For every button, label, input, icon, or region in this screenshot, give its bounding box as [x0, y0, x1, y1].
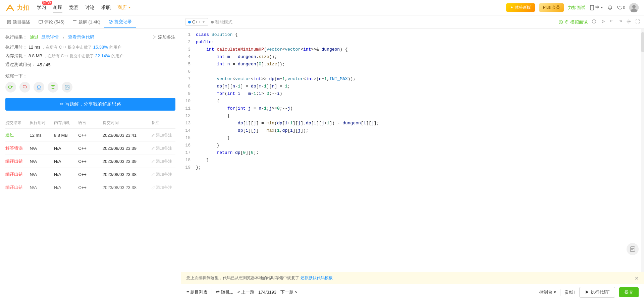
redo-icon-btn[interactable] [618, 19, 623, 25]
right-panel: C++ 智能模式 ⏱ 模拟面试 [181, 15, 644, 300]
share-label: 炫耀一下： [5, 73, 175, 79]
runtime-row: 执行用时： 12 ms ，在所有 C++ 提交中击败了 15.38% 的用户 [5, 44, 175, 50]
memory-row: 内存消耗： 8.8 MB ，在所有 C++ 提交中击败了 22.14% 的用户 [5, 53, 175, 59]
detail-link[interactable]: 显示详情 [41, 34, 59, 40]
scrollbar-thumb[interactable] [641, 32, 644, 52]
plus-member-btn[interactable]: Plus 会员 [539, 3, 564, 12]
bell-btn[interactable] [607, 5, 613, 10]
code-line-13: 13 dp[i][j] = min(dp[i+1][j],dp[i][j+1])… [181, 120, 644, 127]
nav-item-discuss[interactable]: 讨论 [85, 3, 95, 12]
tab-problem-desc[interactable]: 题目描述 [3, 16, 34, 28]
example-link[interactable]: 查看示例代码 [68, 34, 94, 40]
left-panel: 题目描述 评论 (545) 题解 (1.4K) 提交记录 执行结果： 通过 显示… [0, 15, 181, 300]
bottom-right-actions: 控制台 ▾ 贡献 i ▶ 执行代码ˇ 提交 [539, 287, 639, 298]
nav-item-jobs[interactable]: 求职 [101, 3, 111, 12]
result-status: 通过 [30, 34, 39, 40]
linkedin-share-icon[interactable] [62, 82, 72, 93]
tab-bar: 题目描述 评论 (545) 题解 (1.4K) 提交记录 [0, 15, 181, 29]
avatar[interactable] [629, 3, 639, 12]
experience-btn[interactable]: ✦ 体验新版 [506, 3, 535, 12]
submit-btn[interactable]: 提交 [619, 287, 639, 297]
nav-right: ✦ 体验新版 Plus 会员 力扣面试 中 0 [506, 3, 639, 12]
douban-share-icon[interactable] [48, 82, 58, 93]
notification-close-btn[interactable]: ✕ [635, 276, 639, 281]
float-action-btn[interactable] [627, 243, 639, 255]
share-icons [5, 82, 175, 93]
svg-point-8 [10, 87, 11, 87]
code-editor[interactable]: 1 class Solution { 2 public: 3 int calcu… [181, 29, 644, 272]
svg-point-7 [9, 87, 10, 87]
table-row: 编译出错 N/A N/A C++ 2023/08/03 23:38 添加备注 [5, 168, 175, 181]
code-line-10: 10 { [181, 98, 644, 105]
toolbar-right: ⏱ 模拟面试 [558, 19, 640, 25]
top-navigation: 力扣 学习 NEW 题库 竞赛 讨论 求职 商店 ✦ 体验新版 Plus 会员 … [0, 0, 644, 15]
mock-interview-btn[interactable]: ⏱ 模拟面试 [558, 19, 588, 25]
random-btn[interactable]: ⇄ 随机... [216, 289, 233, 295]
code-line-2: 2 public: [181, 39, 644, 46]
tab-submissions[interactable]: 提交记录 [104, 16, 136, 28]
code-line-18: 18 } [181, 157, 644, 164]
fullscreen-icon-btn[interactable] [635, 19, 640, 25]
code-line-12: 12 { [181, 113, 644, 120]
logo-text: 力扣 [17, 4, 29, 12]
table-row: 编译出错 N/A N/A C++ 2023/08/03 23:38 添加备注 [5, 181, 175, 194]
bottom-bar: ≡ 题目列表 ⇄ 随机... < 上一题 174/3193 下一题 > 控制台 … [181, 284, 644, 300]
memory-percent: 22.14% [95, 53, 110, 58]
language-select[interactable]: C++ [185, 18, 208, 26]
settings-icon-btn[interactable] [627, 19, 631, 25]
code-line-6: 6 [181, 68, 644, 76]
write-solution-btn[interactable]: ✏ 写题解，分享我的解题思路 [5, 98, 175, 111]
code-line-14: 14 dp[i][j] = max(1,dp[i][j]); [181, 127, 644, 135]
editor-toolbar: C++ 智能模式 ⏱ 模拟面试 [181, 15, 644, 29]
svg-point-3 [632, 5, 636, 8]
weibo-share-icon[interactable] [19, 82, 30, 93]
console-btn[interactable]: 控制台 ▾ [539, 289, 556, 295]
prev-btn[interactable]: < 上一题 [237, 289, 254, 295]
run-code-btn[interactable]: ▶ 执行代码ˇ [579, 287, 615, 298]
heart-btn[interactable]: 0 [617, 5, 625, 10]
editor-area[interactable]: 1 class Solution { 2 public: 3 int calcu… [181, 29, 644, 272]
nav-item-learning[interactable]: 学习 NEW [37, 3, 46, 12]
page-info: 174/3193 [258, 290, 276, 295]
result-header: 执行结果： 通过 显示详情 › 查看示例代码 ▷ 添加备注 [5, 34, 175, 40]
tab-solutions[interactable]: 题解 (1.4K) [68, 16, 104, 28]
problem-list-btn[interactable]: ≡ 题目列表 [186, 289, 208, 295]
code-line-8: 8 dp[m][n-1] = dp[m-1][n] = 1; [181, 83, 644, 91]
smart-mode-label: 智能模式 [215, 19, 232, 25]
run-icon-btn[interactable] [600, 19, 605, 25]
code-line-19: 19 }; [181, 164, 644, 172]
svg-point-9 [11, 86, 12, 87]
code-line-15: 15 } [181, 135, 644, 142]
qq-share-icon[interactable] [34, 82, 44, 93]
runtime-value: 12 ms [29, 45, 40, 50]
nav-items: 学习 NEW 题库 竞赛 讨论 求职 商店 [37, 3, 131, 12]
code-line-1: 1 class Solution { [181, 32, 644, 39]
result-panel: 执行结果： 通过 显示详情 › 查看示例代码 ▷ 添加备注 执行用时： 12 m… [0, 29, 181, 300]
nav-item-problems[interactable]: 题库 [53, 3, 62, 12]
contribute-btn[interactable]: 贡献 i [565, 289, 576, 295]
next-btn[interactable]: 下一题 > [280, 289, 297, 295]
submissions-table: 提交结果 执行用时 内存消耗 语言 提交时间 备注 通过 12 ms 8.8 M… [5, 117, 175, 194]
new-badge: NEW [42, 1, 52, 5]
code-line-9: 9 for(int i = m-1;i>=0;--i) [181, 91, 644, 98]
code-line-16: 16 } [181, 142, 644, 149]
editor-scrollbar[interactable] [641, 29, 644, 272]
smart-mode-toggle[interactable]: 智能模式 [211, 19, 232, 25]
logo[interactable]: 力扣 [5, 3, 29, 12]
phone-icon-btn[interactable]: 中 [589, 5, 603, 10]
code-line-17: 17 return dp[0][0]; [181, 149, 644, 157]
interview-btn[interactable]: 力扣面试 [568, 5, 585, 11]
add-note-btn[interactable]: ▷ 添加备注 [152, 34, 175, 40]
tab-comments[interactable]: 评论 (545) [34, 16, 68, 28]
table-row: 解答错误 N/A N/A C++ 2023/08/03 23:39 添加备注 [5, 142, 175, 155]
svg-rect-11 [51, 85, 55, 86]
nav-item-contest[interactable]: 竞赛 [69, 3, 78, 12]
restore-template-link[interactable]: 还原默认代码模板 [301, 275, 333, 281]
wechat-share-icon[interactable] [5, 82, 16, 93]
testcase-row: 通过测试用例： 45 / 45 [5, 62, 175, 68]
nav-item-shop[interactable]: 商店 [117, 3, 131, 12]
lang-label: C++ [192, 19, 201, 24]
code-line-11: 11 for(int j = n-1;j>=0;--j) [181, 105, 644, 113]
undo-icon-btn[interactable] [609, 19, 614, 25]
info-icon-btn[interactable] [592, 19, 596, 25]
